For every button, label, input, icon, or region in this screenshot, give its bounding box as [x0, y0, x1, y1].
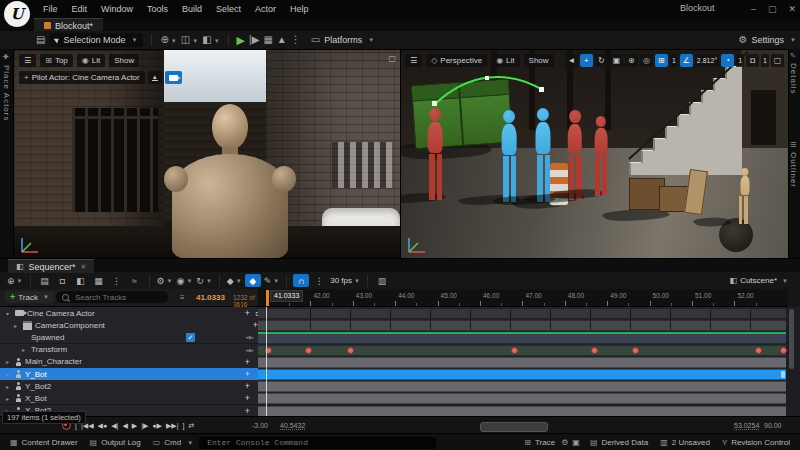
track-section[interactable]: [258, 332, 786, 344]
stop-icon[interactable]: ▦: [263, 33, 272, 47]
add-section-button[interactable]: +: [245, 393, 250, 403]
track-lane-x-bot[interactable]: [258, 392, 786, 405]
view-options-eye-icon[interactable]: ◉▼: [176, 274, 194, 287]
view-mode-dropdown[interactable]: ⊞ Top: [40, 54, 73, 67]
add-actor-icon[interactable]: ⊕▼: [160, 33, 176, 48]
expander-icon[interactable]: ▾: [6, 310, 12, 317]
output-log-button[interactable]: ▤ Output Log: [84, 434, 147, 450]
more-dots-icon[interactable]: ⋮: [109, 274, 125, 287]
track-row-cameracomponent[interactable]: ▸CameraComponent+: [0, 319, 270, 332]
cmd-dropdown[interactable]: ▭ Cmd ▼: [147, 434, 199, 450]
world-icon[interactable]: ⊕▼: [6, 274, 24, 287]
add-section-button[interactable]: +: [245, 381, 250, 391]
keyframe-nav-icons[interactable]: ◂◆▸: [245, 347, 254, 353]
filter-icon[interactable]: ≡: [180, 293, 185, 302]
track-section[interactable]: [258, 393, 786, 404]
playhead-line[interactable]: [266, 307, 267, 416]
menu-build[interactable]: Build: [175, 0, 209, 18]
camera-view-toggle[interactable]: [165, 71, 182, 84]
sequencer-tab[interactable]: ◧ Sequencer* ✕: [8, 259, 94, 273]
surface-snap-icon[interactable]: ◎: [640, 54, 653, 67]
track-section[interactable]: [258, 406, 786, 416]
clapperboard-icon[interactable]: ◧: [73, 274, 89, 287]
tab-place-actors[interactable]: Place Actors: [2, 65, 11, 121]
viewport-menu-button[interactable]: ☰: [19, 54, 36, 67]
keyframe[interactable]: [755, 347, 762, 354]
red-mannequin-1[interactable]: [423, 108, 447, 200]
show-dropdown[interactable]: Show: [524, 54, 554, 67]
curve-editor-icon[interactable]: ▥: [374, 274, 390, 287]
keyframe[interactable]: [591, 347, 598, 354]
track-lane-transform[interactable]: [258, 344, 786, 357]
viewport-menu-button[interactable]: ☰: [405, 54, 422, 67]
track-row-main-character[interactable]: ▸Main_Character+: [0, 356, 262, 369]
camera-count-icon[interactable]: ◘: [746, 54, 759, 67]
range-view-start[interactable]: 40.5432: [280, 422, 305, 430]
blue-mannequin-1[interactable]: [497, 110, 521, 202]
keyframe[interactable]: [511, 347, 518, 354]
add-section-button[interactable]: +: [245, 308, 250, 318]
transport-bracket-out[interactable]: ]: [183, 422, 185, 429]
track-lane-cine-camera-actor[interactable]: [258, 307, 786, 320]
world-local-icon[interactable]: ⊕: [625, 54, 638, 67]
playback-options-icon[interactable]: ↻▼: [195, 274, 213, 287]
keyframe[interactable]: [632, 347, 639, 354]
transport-loop[interactable]: ⇄: [189, 422, 195, 430]
eject-pilot-button[interactable]: ▲: [148, 71, 162, 84]
rotation-snap-icon[interactable]: ∠: [680, 54, 693, 67]
expander-icon[interactable]: ▸: [6, 371, 12, 378]
show-dropdown[interactable]: Show: [109, 54, 139, 67]
track-row-transform[interactable]: ▸Transform◂◆▸+: [0, 344, 278, 357]
track-row-y-bot2[interactable]: ▸Y_Bot2+: [0, 380, 262, 393]
close-tab-icon[interactable]: ✕: [81, 263, 87, 271]
derived-data-button[interactable]: ▤ Derived Data: [584, 434, 654, 450]
scale-tool-icon[interactable]: ▣: [610, 54, 623, 67]
snap-magnet-icon[interactable]: ∩: [293, 274, 309, 287]
transport-to-end[interactable]: ▶▶|: [166, 422, 179, 430]
add-track-button[interactable]: + Track ▼: [5, 291, 54, 303]
timeline-ruler[interactable]: 41.0042.0043.0044.0045.0046.0047.0048.00…: [258, 289, 788, 307]
transport-play-forward[interactable]: ▶: [132, 422, 137, 430]
range-full-end[interactable]: 90.00: [764, 422, 782, 429]
track-section[interactable]: [258, 320, 786, 331]
selection-mode-dropdown[interactable]: Selection Mode ▼: [49, 33, 143, 47]
lit-dropdown[interactable]: ◉ Lit: [77, 54, 105, 67]
red-mannequin-2[interactable]: [563, 110, 587, 200]
track-section[interactable]: [258, 381, 786, 392]
expander-icon[interactable]: ▸: [22, 346, 28, 353]
maximize-viewport-icon[interactable]: ▢: [771, 54, 784, 67]
menu-actor[interactable]: Actor: [248, 0, 283, 18]
transport-next-frame[interactable]: |▶: [141, 422, 148, 430]
pilot-actor-button[interactable]: + Pilot Actor: Cine Camera Actor: [19, 71, 145, 84]
tab-outliner[interactable]: Outliner: [789, 152, 798, 188]
add-section-button[interactable]: +: [245, 406, 250, 416]
gear-icon[interactable]: ⚙: [561, 438, 568, 447]
keyframe[interactable]: [780, 347, 787, 354]
edit-pen-icon[interactable]: ✎▼: [263, 274, 281, 287]
expander-icon[interactable]: ▸: [14, 322, 20, 329]
track-section[interactable]: [258, 308, 786, 319]
curves-icon[interactable]: ≈: [127, 274, 143, 287]
spawned-checkbox[interactable]: ✓: [186, 333, 195, 342]
tab-details[interactable]: Details: [789, 63, 798, 94]
render-movie-icon[interactable]: ▦: [91, 274, 107, 287]
range-view-end[interactable]: 53.0254: [734, 422, 759, 430]
revision-control-button[interactable]: Y Revision Control: [716, 434, 796, 450]
expander-icon[interactable]: ▸: [6, 358, 12, 365]
range-full-start[interactable]: -3.00: [252, 422, 268, 429]
console-input[interactable]: [205, 437, 430, 448]
select-cursor-icon[interactable]: ◄: [565, 54, 578, 67]
track-row-y-bot[interactable]: ▸Y_Bot+: [0, 368, 262, 381]
track-lane-spawned[interactable]: [258, 331, 786, 344]
screenshot-icon[interactable]: ▣: [572, 438, 580, 447]
track-section[interactable]: [258, 369, 786, 380]
grid-snap-icon[interactable]: ⊞: [655, 54, 668, 67]
track-lane-y-bot2[interactable]: [258, 380, 786, 393]
close-button[interactable]: ✕: [788, 4, 796, 14]
red-mannequin-3[interactable]: [589, 116, 613, 196]
save-icon[interactable]: ▤: [37, 274, 53, 287]
track-lane-cameracomponent[interactable]: [258, 319, 786, 332]
blueprints-icon[interactable]: ◫▼: [181, 33, 198, 48]
trace-button[interactable]: ⊞ Trace: [518, 434, 561, 450]
playhead-marker[interactable]: [266, 290, 269, 306]
